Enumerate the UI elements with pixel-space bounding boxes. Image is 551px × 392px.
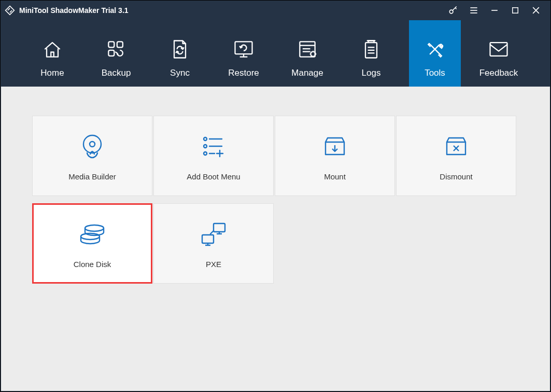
tile-mount[interactable]: Mount [275,116,395,196]
svg-point-38 [81,233,100,240]
svg-point-0 [449,10,453,13]
nav-backup[interactable]: Backup [90,20,142,87]
nav-label: Sync [170,68,190,78]
svg-rect-10 [108,50,114,56]
tile-label: Media Builder [68,172,116,181]
svg-rect-5 [513,8,518,13]
backup-icon [105,37,128,62]
app-logo-icon [5,5,15,16]
dismount-icon [443,131,470,162]
tools-grid: Media Builder Add Boot Menu [32,116,519,284]
feedback-icon [487,37,510,62]
home-icon [41,37,64,62]
app-window: MiniTool ShadowMaker Trial 3.1 [0,0,551,392]
nav-label: Manage [291,68,323,78]
tile-clone-disk[interactable]: Clone Disk [32,203,152,284]
close-button[interactable] [526,1,546,20]
titlebar-left: MiniTool ShadowMaker Trial 3.1 [5,5,129,16]
tools-panel: Media Builder Add Boot Menu [1,87,550,391]
tile-label: Add Boot Menu [187,172,240,181]
nav-sync[interactable]: Sync [154,20,206,87]
nav-label: Logs [362,68,381,78]
tile-add-boot-menu[interactable]: Add Boot Menu [153,116,274,196]
tile-dismount[interactable]: Dismount [396,116,516,196]
maximize-button[interactable] [505,1,526,20]
manage-icon [296,37,319,62]
svg-point-25 [90,142,95,147]
restore-icon [231,37,256,62]
mount-icon [321,131,348,162]
minimize-button[interactable] [484,1,505,20]
svg-rect-11 [235,41,252,54]
nav-label: Backup [102,68,131,78]
titlebar-controls [443,1,546,20]
nav-home[interactable]: Home [26,20,78,87]
nav-restore[interactable]: Restore [218,20,270,87]
svg-point-37 [85,225,104,231]
svg-point-26 [204,137,207,141]
svg-point-28 [204,145,207,148]
nav-feedback[interactable]: Feedback [473,20,525,87]
menu-icon[interactable] [463,1,484,20]
svg-point-24 [83,135,101,153]
tile-pxe[interactable]: PXE [153,203,274,284]
nav-label: Tools [425,68,445,78]
svg-rect-9 [117,41,123,47]
app-title: MiniTool ShadowMaker Trial 3.1 [19,6,129,15]
tile-label: Clone Disk [74,260,111,269]
sync-icon [169,37,190,62]
svg-rect-8 [108,41,114,47]
nav-label: Home [40,68,64,78]
key-icon[interactable] [443,1,463,20]
main-nav: Home Backup Sync [1,20,550,87]
nav-manage[interactable]: Manage [281,20,333,87]
nav-tools[interactable]: Tools [409,20,461,87]
add-boot-menu-icon [199,131,228,162]
svg-rect-23 [490,43,507,56]
tools-icon [423,37,446,62]
logs-icon [361,37,382,62]
nav-label: Feedback [479,68,518,78]
nav-logs[interactable]: Logs [345,20,397,87]
svg-rect-42 [202,235,214,243]
tile-label: PXE [206,260,221,269]
media-builder-icon [78,131,107,162]
tile-label: Mount [324,172,346,181]
tile-label: Dismount [440,172,472,181]
svg-point-30 [204,152,207,155]
svg-rect-39 [214,223,225,232]
pxe-icon [199,218,228,249]
clone-disk-icon [77,218,108,249]
nav-label: Restore [228,68,259,78]
titlebar: MiniTool ShadowMaker Trial 3.1 [1,1,550,20]
tile-media-builder[interactable]: Media Builder [32,116,152,196]
